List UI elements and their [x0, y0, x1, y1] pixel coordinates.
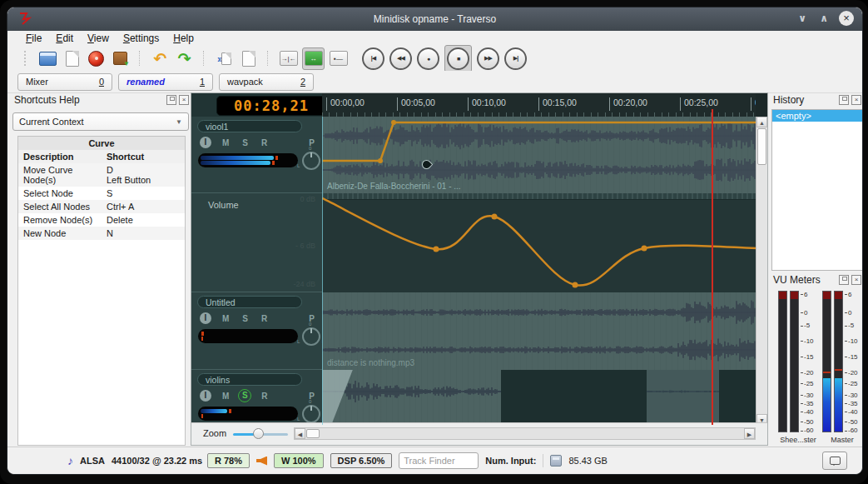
playhead-ruler-tick [712, 109, 713, 117]
history-item[interactable]: <empty> [772, 110, 862, 122]
vu-meters-panel: VU Meters × 60-5-10-15-20-25-30-35-40-50… [771, 272, 863, 446]
input-monitor-button[interactable]: I [200, 312, 211, 324]
page-icon [221, 52, 231, 65]
vu-scale-label: 6 [845, 291, 851, 298]
dsp-load-status: DSP 6.50% [330, 453, 393, 468]
info-panel-button[interactable] [822, 452, 847, 470]
titlebar[interactable]: Minidisk opname - Traverso ∨ ∧ × [7, 7, 862, 31]
audio-clip-distance[interactable]: distance is nothing.mp3 [322, 292, 757, 370]
track-panels: viool1 I M S R P 0 L R [191, 117, 322, 425]
track-name[interactable]: violins [197, 373, 302, 386]
audio-format: 44100/32 @ 23.22 ms [112, 456, 202, 466]
zoom-slider-handle[interactable] [253, 428, 264, 439]
vu-scale-label: -15 [845, 353, 858, 361]
history-title: History [773, 94, 804, 106]
scrollbar-thumb[interactable] [757, 128, 766, 165]
audio-clip-violins-1[interactable] [322, 370, 501, 425]
shrink-track-button[interactable]: →|← [278, 48, 299, 69]
open-project-button[interactable] [37, 48, 58, 69]
rewind-button[interactable]: ◀◀ [389, 47, 412, 70]
close-panel-icon[interactable]: × [851, 275, 861, 285]
input-monitor-button[interactable]: I [200, 390, 211, 402]
marker-icon: ▪— [330, 51, 348, 66]
audio-clip-violins-2[interactable] [647, 370, 719, 425]
pan-knob[interactable]: 0 L R [302, 327, 320, 346]
audio-clip-albeniz[interactable]: Albeniz-De Falla-Boccherini - 01 - ... [322, 117, 757, 193]
record-button[interactable]: ● [417, 47, 439, 70]
table-row: Select All Nodes Ctrl+ A [18, 200, 185, 213]
redo-button[interactable]: ↷ [174, 48, 195, 69]
clock-area: 00:28,21 [191, 93, 322, 117]
volume-curve[interactable] [322, 193, 757, 292]
track-panel-volume: Volume 0 dB - 6 dB -24 dB [191, 193, 322, 292]
pan-knob[interactable]: 0 L R [302, 152, 320, 170]
float-panel-icon[interactable] [839, 275, 849, 285]
volume-curve-lane[interactable] [322, 193, 757, 292]
pan-knob[interactable]: 0 L R [302, 405, 320, 423]
close-icon[interactable]: × [839, 11, 854, 26]
to-end-button[interactable]: ▶| [504, 47, 527, 70]
toolbar-separator [267, 51, 270, 66]
mute-button[interactable]: M [222, 392, 229, 401]
timeline-ruler[interactable]: 00:00,0000:05,0000:10,0000:15,0000:20,00… [322, 93, 757, 117]
vertical-scrollbar[interactable]: ▲ ▼ [756, 117, 767, 425]
toolbar-grip[interactable] [24, 51, 29, 66]
solo-button[interactable]: S [242, 138, 248, 147]
clip-label: distance is nothing.mp3 [327, 358, 414, 367]
redo-icon: ↷ [178, 51, 191, 67]
menu-settings[interactable]: Settings [123, 32, 159, 44]
expand-track-button[interactable]: ↔ [302, 47, 325, 70]
forward-button[interactable]: ▶▶ [477, 47, 499, 70]
context-selector[interactable]: Current Context ▼ [12, 112, 189, 131]
float-panel-icon[interactable] [839, 95, 849, 105]
menu-help[interactable]: Help [173, 32, 194, 44]
minimize-icon[interactable]: ∨ [796, 11, 809, 26]
solo-button-active[interactable]: S [238, 389, 251, 402]
new-sheet-button[interactable] [62, 48, 82, 69]
waveform [647, 370, 719, 425]
stop-button[interactable]: ■ [444, 45, 472, 72]
solo-button[interactable]: S [242, 314, 248, 323]
ruler-label: 00:10,00 [468, 97, 506, 111]
vu-scale-label: -30 [801, 392, 814, 399]
to-start-button[interactable]: |◀ [362, 47, 384, 70]
track-name[interactable]: viool1 [197, 120, 302, 132]
vu-scale-label: -60 [801, 427, 814, 434]
record-arm-button[interactable]: R [261, 138, 267, 147]
mute-button[interactable]: M [222, 314, 229, 323]
vu-meter-group: 60-5-10-15-20-25-30-35-40-50-60Shee...st… [778, 291, 820, 432]
maximize-icon[interactable]: ∧ [817, 11, 831, 26]
input-monitor-button[interactable]: I [200, 137, 211, 148]
tab-mixer[interactable]: Mixer0 [17, 73, 112, 91]
close-panel-icon[interactable]: × [179, 95, 189, 105]
toolbar-separator [139, 51, 141, 66]
scroll-left-icon[interactable]: ◀ [295, 428, 305, 439]
import-source-button[interactable]: » [214, 48, 235, 69]
track-name[interactable]: Untitled [197, 296, 302, 308]
scroll-up-icon[interactable]: ▲ [756, 117, 767, 127]
write-cd-button[interactable] [86, 48, 107, 69]
horizontal-scrollbar[interactable]: ◀ ▶ [294, 427, 756, 440]
record-arm-button[interactable]: R [261, 392, 267, 401]
menu-view[interactable]: View [87, 32, 109, 44]
tab-wavpack[interactable]: wavpack2 [219, 73, 314, 91]
import-audio-button[interactable] [110, 48, 131, 69]
mute-button[interactable]: M [222, 138, 229, 147]
project-icon [39, 52, 57, 66]
undo-button[interactable]: ↶ [150, 48, 171, 69]
track-lanes: Albeniz-De Falla-Boccherini - 01 - ... d… [322, 117, 757, 425]
tab-renamed[interactable]: renamed1 [118, 73, 213, 91]
menu-file[interactable]: File [26, 32, 42, 44]
menu-edit[interactable]: Edit [56, 32, 73, 44]
track-finder-input[interactable] [399, 452, 479, 469]
new-clip-button[interactable] [238, 48, 259, 69]
toolbar-separator [203, 51, 206, 66]
float-panel-icon[interactable] [166, 95, 176, 105]
scroll-right-icon[interactable]: ▶ [744, 428, 755, 439]
marker-view-button[interactable]: ▪— [328, 48, 349, 69]
close-panel-icon[interactable]: × [851, 95, 861, 105]
record-arm-button[interactable]: R [261, 314, 267, 323]
table-row: Select Node S [18, 187, 185, 200]
scrollbar-thumb[interactable] [306, 429, 320, 438]
vu-scale-label: -50 [845, 418, 858, 426]
